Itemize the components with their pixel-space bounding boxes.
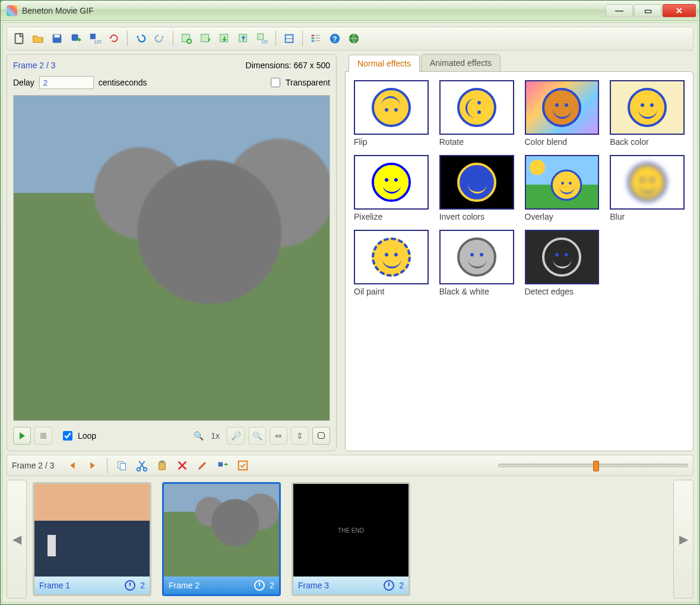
export-button[interactable] [68, 30, 84, 47]
maximize-button[interactable]: ▭ [634, 4, 661, 17]
effect-pixelize[interactable]: Pixelize [354, 155, 429, 221]
svg-point-23 [137, 468, 140, 471]
svg-rect-2 [54, 35, 59, 38]
web-button[interactable] [346, 30, 362, 47]
svg-rect-26 [160, 461, 164, 463]
frame-counter: Frame 2 / 3 [13, 61, 56, 70]
redo-button[interactable] [151, 30, 168, 47]
svg-rect-22 [120, 463, 125, 470]
minimize-button[interactable]: — [606, 4, 633, 17]
svg-rect-8 [201, 34, 209, 42]
export-frame-button[interactable] [235, 30, 252, 47]
clock-icon [254, 580, 265, 591]
magnifier-icon: 🔍 [194, 431, 204, 441]
svg-rect-28 [238, 461, 247, 470]
zoom-in-button[interactable]: 🔎 [227, 427, 245, 445]
tab-animated-effects[interactable]: Animated effects [421, 54, 501, 71]
svg-point-24 [143, 468, 147, 471]
svg-rect-25 [159, 462, 165, 470]
zoom-out-button[interactable]: 🔍 [248, 427, 266, 445]
undo-button[interactable] [132, 30, 149, 47]
insert-frame-button[interactable] [197, 30, 214, 47]
delay-unit-label: centiseconds [99, 78, 147, 87]
save-button[interactable] [49, 30, 65, 47]
paste-frame-button[interactable] [154, 457, 170, 474]
cut-frame-button[interactable] [134, 457, 150, 474]
next-frame-button[interactable] [84, 457, 101, 474]
svg-rect-4 [90, 34, 96, 39]
effect-detect-edges[interactable]: Detect edges [525, 230, 600, 296]
clock-icon [384, 580, 394, 591]
open-file-button[interactable] [30, 30, 46, 47]
edit-frame-button[interactable] [194, 457, 211, 474]
strip-scroll-right[interactable]: ▶ [673, 480, 693, 598]
export-multi-button[interactable]: 123 [87, 30, 103, 47]
svg-rect-14 [312, 35, 315, 37]
properties-button[interactable] [308, 30, 324, 47]
strip-scroll-left[interactable]: ◀ [7, 480, 27, 598]
reload-button[interactable] [106, 30, 122, 47]
clock-icon [125, 580, 135, 591]
effect-invert-colors[interactable]: Invert colors [439, 155, 514, 221]
delay-label: Delay [13, 78, 34, 87]
resize-button[interactable] [281, 30, 297, 47]
timeline-counter: Frame 2 / 3 [12, 461, 55, 470]
svg-rect-20 [40, 433, 46, 439]
loop-checkbox[interactable]: Loop [61, 429, 96, 442]
delay-input[interactable] [39, 76, 94, 89]
select-all-button[interactable] [235, 457, 251, 474]
effect-flip[interactable]: Flip [354, 80, 429, 147]
frame-card-3[interactable]: THE END Frame 32 [292, 482, 410, 596]
svg-rect-10 [239, 34, 247, 42]
fit-width-button[interactable]: ⇔ [270, 427, 287, 445]
main-toolbar: 123 123 ? [7, 27, 693, 50]
fit-height-button[interactable]: ⇕ [291, 427, 309, 445]
effect-back-color[interactable]: Back color [610, 80, 685, 147]
svg-text:?: ? [332, 35, 337, 43]
effect-rotate[interactable]: Rotate [439, 80, 514, 147]
app-icon [7, 5, 17, 16]
svg-rect-27 [218, 463, 222, 467]
prev-frame-button[interactable] [64, 457, 81, 474]
svg-rect-11 [258, 34, 264, 40]
titlebar: Beneton Movie GIF — ▭ ✕ [1, 1, 699, 21]
close-button[interactable]: ✕ [663, 4, 696, 17]
delete-frame-button[interactable] [174, 457, 191, 474]
app-window: Beneton Movie GIF — ▭ ✕ 123 123 [0, 0, 700, 605]
effects-panel: Normal effects Animated effects Flip Rot… [345, 54, 693, 451]
import-frame-button[interactable] [216, 30, 233, 47]
window-title: Beneton Movie GIF [22, 6, 606, 15]
frame-card-2[interactable]: Frame 22 [162, 482, 281, 596]
svg-rect-0 [15, 34, 23, 44]
effects-grid: Flip Rotate Color blend Back color Pixel… [345, 71, 693, 451]
dimensions-label: Dimensions: 667 x 500 [246, 61, 330, 70]
preview-panel: Frame 2 / 3 Dimensions: 667 x 500 Delay … [7, 54, 337, 451]
export-frames-multi-button[interactable]: 123 [254, 30, 271, 47]
svg-rect-15 [312, 37, 315, 39]
transparent-checkbox[interactable]: Transparent [268, 76, 330, 89]
fullscreen-button[interactable]: 🖵 [312, 427, 330, 445]
timeline-toolbar: Frame 2 / 3 [7, 455, 693, 476]
svg-text:123: 123 [94, 39, 101, 45]
move-frame-button[interactable] [214, 457, 231, 474]
zoom-slider[interactable] [498, 464, 688, 467]
effect-black-white[interactable]: Black & white [439, 230, 514, 296]
copy-frame-button[interactable] [113, 457, 130, 474]
effect-overlay[interactable]: Overlay [525, 155, 600, 221]
add-frame-button[interactable] [178, 30, 195, 47]
frame-preview [13, 95, 330, 421]
play-button[interactable] [13, 427, 31, 445]
effect-color-blend[interactable]: Color blend [525, 80, 600, 147]
filmstrip: ◀ Frame 12 Frame 22 THE END Frame 32 ▶ [7, 480, 693, 598]
effect-blur[interactable]: Blur [610, 155, 685, 221]
stop-button[interactable] [34, 427, 52, 445]
help-button[interactable]: ? [327, 30, 343, 47]
effect-oil-paint[interactable]: Oil paint [354, 230, 429, 296]
frame-card-1[interactable]: Frame 12 [33, 482, 151, 596]
new-file-button[interactable] [11, 30, 27, 47]
svg-text:123: 123 [261, 40, 268, 44]
tab-normal-effects[interactable]: Normal effects [349, 55, 420, 72]
zoom-level: 1x [211, 431, 220, 441]
svg-rect-16 [312, 40, 315, 42]
